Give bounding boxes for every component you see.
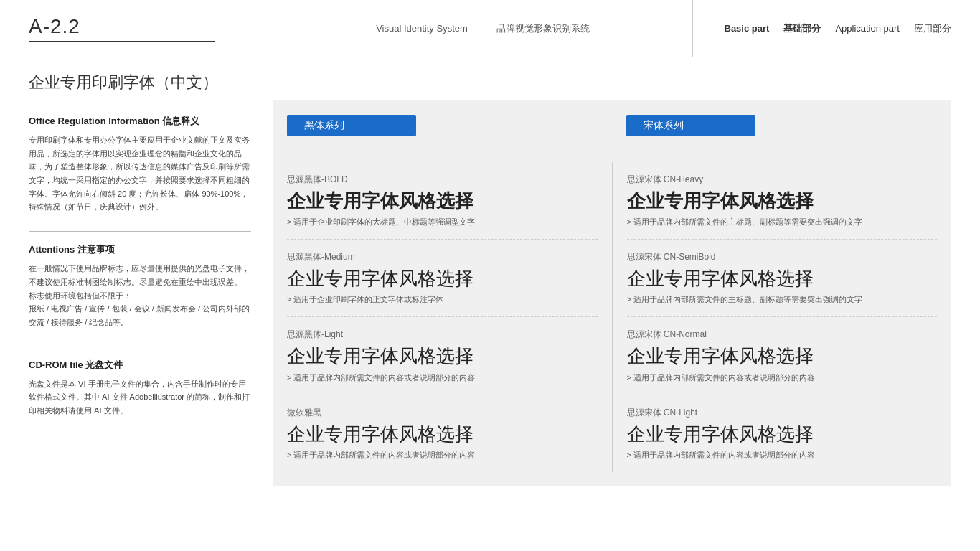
font-label-r1: 思源宋体 CN-SemiBold <box>627 251 938 263</box>
font-entry-medium: 思源黑体-Medium 企业专用字体风格选择 > 适用于企业印刷字体的正文字体或… <box>287 240 598 317</box>
vi-system-en: Visual Identity System <box>376 23 468 34</box>
categories-row: 黑体系列 宋体系列 <box>287 115 937 151</box>
header: A-2.2 Visual Identity System 品牌视觉形象识别系统 … <box>0 0 980 57</box>
font-desc-1: > 适用于企业印刷字体的正文字体或标注字体 <box>287 294 598 305</box>
sidebar-cdrom-section: CD-ROM file 光盘文件 光盘文件是本 VI 手册电子文件的集合，内含手… <box>29 359 251 418</box>
font-entry-weihei: 微软雅黑 企业专用字体风格选择 > 适用于品牌内部所需文件的内容或者说明部分的内… <box>287 395 598 472</box>
font-desc-3: > 适用于品牌内部所需文件的内容或者说明部分的内容 <box>287 450 598 461</box>
font-entry-song-normal: 思源宋体 CN-Normal 企业专用字体风格选择 > 适用于品牌内部所需文件的… <box>627 317 938 395</box>
font-label-r2: 思源宋体 CN-Normal <box>627 329 938 341</box>
font-display-area: 黑体系列 宋体系列 思源黑体-BOLD 企业专用字体风格选择 > 适用于企业印刷… <box>273 100 951 486</box>
page-number: A-2.2 <box>29 15 273 38</box>
attention-section-title: Attentions 注意事项 <box>29 243 251 256</box>
basic-part-cn: 基础部分 <box>783 22 821 35</box>
right-category-badge: 宋体系列 <box>626 115 755 136</box>
font-entry-light: 思源黑体-Light 企业专用字体风格选择 > 适用于品牌内部所需文件的内容或者… <box>287 317 598 395</box>
font-entry-song-semibold: 思源宋体 CN-SemiBold 企业专用字体风格选择 > 适用于品牌内部所需文… <box>627 240 938 317</box>
cdrom-section-body: 光盘文件是本 VI 手册电子文件的集合，内含手册制作时的专用软件格式文件。其中 … <box>29 377 251 418</box>
font-label-r3: 思源宋体 CN-Light <box>627 407 938 419</box>
font-desc-r3: > 适用于品牌内部所需文件的内容或者说明部分的内容 <box>627 450 938 461</box>
cdrom-section-title: CD-ROM file 光盘文件 <box>29 359 251 372</box>
font-desc-r1: > 适用于品牌内部所需文件的主标题、副标题等需要突出强调的文字 <box>627 294 938 305</box>
font-desc-r0: > 适用于品牌内部所需文件的主标题、副标题等需要突出强调的文字 <box>627 217 938 227</box>
office-section-body: 专用印刷字体和专用办公字体主要应用于企业文献的正文及实务用品，所选定的字体用以实… <box>29 133 251 214</box>
font-desc-0: > 适用于企业印刷字体的大标题、中标题等强调型文字 <box>287 217 598 227</box>
attention-section-body: 在一般情况下使用品牌标志，应尽量使用提供的光盘电子文件，不建议使用标准制图绘制标… <box>29 262 251 329</box>
header-right: Basic part 基础部分 Application part 应用部分 <box>693 22 951 35</box>
font-display-0: 企业专用字体风格选择 <box>287 190 598 212</box>
font-display-2: 企业专用字体风格选择 <box>287 345 598 367</box>
font-label-r0: 思源宋体 CN-Heavy <box>627 174 938 186</box>
basic-part-en: Basic part <box>725 23 770 34</box>
header-left: A-2.2 <box>29 15 273 42</box>
font-display-1: 企业专用字体风格选择 <box>287 268 598 290</box>
font-label-3: 微软雅黑 <box>287 407 598 419</box>
font-display-r2: 企业专用字体风格选择 <box>627 345 938 367</box>
header-center: Visual Identity System 品牌视觉形象识别系统 <box>273 0 693 57</box>
left-sidebar: Office Regulation Information 信息释义 专用印刷字… <box>29 100 273 486</box>
font-label-0: 思源黑体-BOLD <box>287 174 598 186</box>
left-category-badge: 黑体系列 <box>287 115 416 136</box>
font-entry-song-light: 思源宋体 CN-Light 企业专用字体风格选择 > 适用于品牌内部所需文件的内… <box>627 395 938 472</box>
songti-column: 思源宋体 CN-Heavy 企业专用字体风格选择 > 适用于品牌内部所需文件的主… <box>613 162 938 472</box>
font-display-3: 企业专用字体风格选择 <box>287 423 598 446</box>
sidebar-divider-1 <box>29 231 251 232</box>
page-title-section: 企业专用印刷字体（中文） <box>0 57 980 100</box>
heiti-column: 思源黑体-BOLD 企业专用字体风格选择 > 适用于企业印刷字体的大标题、中标题… <box>287 162 613 472</box>
font-entry-song-heavy: 思源宋体 CN-Heavy 企业专用字体风格选择 > 适用于品牌内部所需文件的主… <box>627 162 938 240</box>
font-desc-2: > 适用于品牌内部所需文件的内容或者说明部分的内容 <box>287 372 598 383</box>
sidebar-office-section: Office Regulation Information 信息释义 专用印刷字… <box>29 115 251 214</box>
font-entry-bold: 思源黑体-BOLD 企业专用字体风格选择 > 适用于企业印刷字体的大标题、中标题… <box>287 162 598 240</box>
sidebar-divider-2 <box>29 347 251 347</box>
office-section-title: Office Regulation Information 信息释义 <box>29 115 251 128</box>
font-display-r0: 企业专用字体风格选择 <box>627 190 938 212</box>
left-category-header: 黑体系列 <box>287 115 612 151</box>
header-divider <box>29 41 215 42</box>
right-category-header: 宋体系列 <box>612 115 937 151</box>
font-desc-r2: > 适用于品牌内部所需文件的内容或者说明部分的内容 <box>627 372 938 383</box>
font-display-r3: 企业专用字体风格选择 <box>627 423 938 446</box>
vi-system-cn: 品牌视觉形象识别系统 <box>496 22 590 35</box>
app-part-cn: 应用部分 <box>914 22 951 35</box>
sidebar-attention-section: Attentions 注意事项 在一般情况下使用品牌标志，应尽量使用提供的光盘电… <box>29 243 251 329</box>
font-label-1: 思源黑体-Medium <box>287 251 598 263</box>
main-content: Office Regulation Information 信息释义 专用印刷字… <box>0 100 980 501</box>
font-label-2: 思源黑体-Light <box>287 329 598 341</box>
font-display-r1: 企业专用字体风格选择 <box>627 268 938 290</box>
page-title: 企业专用印刷字体（中文） <box>29 72 951 93</box>
font-rows: 思源黑体-BOLD 企业专用字体风格选择 > 适用于企业印刷字体的大标题、中标题… <box>287 162 937 472</box>
app-part-en: Application part <box>835 23 900 34</box>
